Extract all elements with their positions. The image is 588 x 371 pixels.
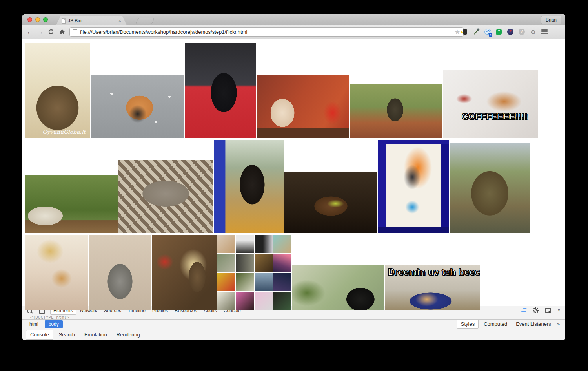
photo-image <box>378 140 449 233</box>
photo-image <box>214 140 284 233</box>
photo-watermark: GyvunuGloba.lt <box>42 129 86 135</box>
montage-cell <box>236 235 254 253</box>
drawer-tab-console[interactable]: Console <box>26 330 53 340</box>
montage-grid <box>217 235 291 310</box>
hangouts-icon[interactable]: ” <box>495 28 502 35</box>
drawer-tab-emulation[interactable]: Emulation <box>80 330 111 339</box>
settings-gear-icon[interactable] <box>533 307 539 313</box>
console-drawer-icon[interactable] <box>521 308 526 313</box>
devtools-panel: Elements Network Sources Timeline Profil… <box>22 306 565 340</box>
montage-cell <box>236 254 254 272</box>
minimize-window-button[interactable] <box>35 17 40 22</box>
photo-coffee-meme-cat: COFFFEEEE!!!! <box>443 70 538 138</box>
url-bar[interactable]: file:///Users/brian/Documents/workshop/h… <box>69 27 464 37</box>
montage-cell <box>255 292 273 311</box>
drawer-tab-search[interactable]: Search <box>55 330 79 339</box>
url-text[interactable]: file:///Users/brian/Documents/workshop/h… <box>80 29 452 35</box>
montage-cell <box>217 235 235 253</box>
zoom-window-button[interactable] <box>43 17 48 22</box>
devtools-close-icon[interactable]: × <box>557 307 561 313</box>
sidebar-divider <box>452 319 452 329</box>
photo-fluffy-tabby-portrait: GyvunuGloba.lt <box>25 43 90 138</box>
photo-image <box>284 172 377 233</box>
photo-image <box>91 75 184 138</box>
reload-button[interactable] <box>46 27 56 37</box>
meme-caption: COFFFEEEE!!!! <box>462 111 528 122</box>
title-bar: JS Bin × Brian <box>22 14 565 26</box>
photo-girl-with-puppy <box>25 235 88 310</box>
photo-tabby-closeup <box>450 143 530 233</box>
photo-dreemin-meme: Dreemin uv teh beech <box>385 265 480 310</box>
photo-image <box>25 43 90 138</box>
montage-cell <box>217 273 235 291</box>
profile-button[interactable]: Brian <box>541 16 561 24</box>
bookmark-star-icon[interactable]: ★ <box>455 29 460 35</box>
drawer-tab-rendering[interactable]: Rendering <box>113 330 144 339</box>
recycle-icon[interactable]: ♻ <box>530 28 537 35</box>
forward-button: → <box>35 27 45 37</box>
sidebar-more-chevron[interactable]: » <box>557 321 560 327</box>
sidebar-tab-styles[interactable]: Styles <box>457 320 479 329</box>
vimeo-icon[interactable]: V <box>518 28 525 35</box>
photo-image <box>185 43 256 138</box>
photo-tabby-roof-cat <box>350 84 442 138</box>
page-icon <box>73 29 77 35</box>
speedometer-icon[interactable] <box>507 28 514 35</box>
send-to-phone-icon[interactable] <box>461 28 468 35</box>
close-window-button[interactable] <box>27 17 32 22</box>
call-bubble-icon[interactable]: 4 <box>484 28 491 35</box>
montage-cell <box>236 292 254 311</box>
photo-cats-sleeping-pavement <box>91 75 184 138</box>
home-icon <box>59 29 66 35</box>
montage-cell <box>273 273 291 291</box>
photo-bench-cat <box>25 175 118 233</box>
photo-image <box>350 84 442 138</box>
photo-striped-cushion-cats <box>118 160 213 233</box>
sidebar-tab-event-listeners[interactable]: Event Listeners <box>512 320 555 328</box>
photo-image <box>292 265 384 310</box>
call-badge: 4 <box>489 33 492 37</box>
photo-image <box>443 70 538 138</box>
photo-gray-tabby-sitting <box>89 235 151 310</box>
page-content: GyvunuGloba.lt COFFFEEEE!!!! <box>22 39 565 340</box>
montage-cell <box>255 273 273 291</box>
breadcrumb-body[interactable]: body <box>45 320 63 328</box>
dom-snippet: <!DOCTYPE html> <box>30 315 69 319</box>
window-controls <box>27 17 48 22</box>
eyedropper-icon[interactable] <box>473 28 480 35</box>
extensions-row: 4 ” V ♻ <box>461 27 548 37</box>
tab-close-icon[interactable]: × <box>118 18 121 23</box>
dock-position-icon[interactable] <box>545 308 551 313</box>
photo-image <box>152 235 217 310</box>
photo-image <box>118 160 213 233</box>
sidebar-tab-bar: Styles Computed Event Listeners » <box>455 319 565 329</box>
montage-cell <box>217 292 235 311</box>
montage-cell <box>217 254 235 272</box>
home-button[interactable] <box>57 27 67 37</box>
sidebar-tab-computed[interactable]: Computed <box>480 320 511 328</box>
meme-caption: Dreemin uv teh beech <box>388 267 480 278</box>
photo-white-cat-kiosk <box>257 75 349 138</box>
photo-image <box>25 175 118 233</box>
montage-cell <box>273 254 291 272</box>
browser-tab[interactable]: JS Bin × <box>56 16 127 25</box>
menu-icon[interactable] <box>541 28 548 35</box>
reload-icon <box>48 29 54 35</box>
photo-superhero-cat-drawing <box>378 140 449 233</box>
photo-black-puppy-couch <box>185 43 256 138</box>
photo-image <box>257 75 349 138</box>
photo-dachshund-window <box>214 140 284 233</box>
breadcrumb-html[interactable]: html <box>27 320 41 328</box>
browser-window: JS Bin × Brian ← → file:///Users/brian/D… <box>22 14 565 340</box>
photo-image <box>25 235 88 310</box>
photo-hdr-window-cat <box>152 235 217 310</box>
new-tab-button[interactable] <box>135 18 155 24</box>
montage-cell <box>273 235 291 253</box>
drawer-tab-bar: Console Search Emulation Rendering <box>22 329 565 340</box>
photo-image <box>450 143 530 233</box>
montage-cell <box>273 292 291 311</box>
back-button[interactable]: ← <box>25 27 35 37</box>
montage-cell <box>236 273 254 291</box>
montage-cell <box>255 235 273 253</box>
photo-tortie-couch-cat <box>284 172 377 233</box>
